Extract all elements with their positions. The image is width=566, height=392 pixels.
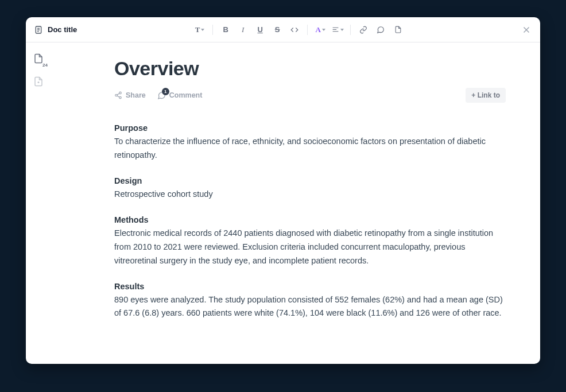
section-heading: Purpose (114, 123, 506, 133)
toolbar-separator (212, 25, 213, 35)
document-pages-button[interactable]: 24 (30, 51, 46, 67)
document-main: Overview Share 1 Comment + Link to (51, 42, 540, 364)
toolbar-separator (350, 25, 351, 35)
page-title[interactable]: Overview (114, 57, 506, 80)
svg-line-15 (117, 94, 119, 95)
alignment-dropdown[interactable] (329, 22, 346, 38)
text-color-dropdown[interactable]: A (312, 22, 328, 38)
svg-point-12 (115, 94, 118, 96)
share-button[interactable]: Share (114, 91, 146, 99)
add-page-button[interactable] (30, 73, 46, 90)
document-icon (34, 25, 43, 34)
section-heading: Design (114, 176, 506, 185)
link-button[interactable] (355, 22, 371, 38)
strikethrough-button[interactable]: S (269, 22, 285, 38)
document-actions: Share 1 Comment + Link to (114, 88, 506, 103)
code-button[interactable] (286, 22, 303, 38)
body-area: 24 Overview Share 1 (26, 42, 540, 364)
svg-point-13 (119, 96, 122, 99)
page-button[interactable] (390, 22, 406, 38)
comment-count-badge: 1 (162, 88, 169, 95)
toolbar: Doc title T B I U S A (26, 17, 540, 42)
chevron-down-icon (201, 29, 204, 31)
section-heading: Results (114, 282, 506, 291)
svg-point-11 (119, 92, 122, 94)
underline-button[interactable]: U (252, 22, 268, 38)
document-content[interactable]: Purpose To characterize the influence of… (114, 123, 506, 320)
italic-button[interactable]: I (235, 22, 251, 38)
section-body: Retrospective cohort study (114, 188, 506, 201)
section-body: Electronic medical records of 2440 patie… (114, 227, 506, 268)
comment-button[interactable] (373, 22, 389, 38)
section-purpose: Purpose To characterize the influence of… (114, 123, 506, 162)
chevron-down-icon (340, 29, 344, 31)
link-to-button[interactable]: + Link to (466, 88, 506, 103)
comment-label: Comment (169, 91, 203, 99)
share-label: Share (126, 91, 146, 99)
section-heading: Methods (114, 215, 506, 224)
comment-action[interactable]: 1 Comment (157, 91, 203, 100)
svg-line-14 (117, 96, 119, 97)
section-body: To characterize the influence of race, e… (114, 135, 506, 162)
doc-title-group[interactable]: Doc title (32, 25, 79, 34)
section-body: 890 eyes were analyzed. The study popula… (114, 293, 506, 321)
document-panel: Doc title T B I U S A (26, 17, 540, 364)
left-rail: 24 (26, 42, 51, 364)
doc-title: Doc title (48, 25, 77, 34)
page-count-badge: 24 (42, 63, 48, 68)
close-button[interactable] (518, 22, 534, 38)
section-results: Results 890 eyes were analyzed. The stud… (114, 282, 506, 321)
chevron-down-icon (322, 29, 325, 31)
bold-button[interactable]: B (218, 22, 234, 38)
formatting-toolbar: T B I U S A (192, 22, 406, 38)
text-style-dropdown[interactable]: T (192, 22, 208, 38)
toolbar-separator (307, 25, 308, 35)
share-icon (114, 91, 122, 99)
section-design: Design Retrospective cohort study (114, 176, 506, 201)
section-methods: Methods Electronic medical records of 24… (114, 215, 506, 268)
